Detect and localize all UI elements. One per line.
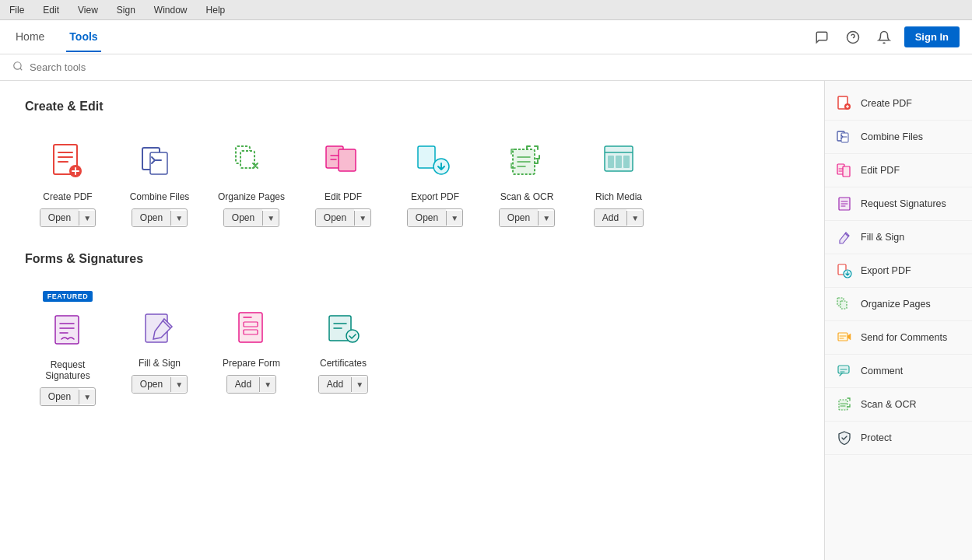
fill-sign-open-btn[interactable]: Open — [132, 376, 170, 393]
rich-media-add-arrow[interactable]: ▼ — [626, 211, 643, 226]
rich-media-icon — [595, 138, 642, 185]
request-signatures-open-arrow[interactable]: ▼ — [79, 390, 95, 404]
svg-rect-36 — [843, 166, 850, 177]
help-icon[interactable] — [842, 26, 864, 48]
menu-view[interactable]: View — [75, 3, 101, 17]
nav-home[interactable]: Home — [12, 23, 47, 52]
panel-fill-sign-label: Fill & Sign — [861, 232, 904, 243]
scan-ocr-open-btn[interactable]: Open — [500, 209, 538, 226]
combine-files-open-btn[interactable]: Open — [132, 209, 170, 226]
svg-rect-14 — [418, 146, 435, 168]
menu-edit[interactable]: Edit — [40, 3, 62, 17]
svg-point-28 — [346, 330, 359, 342]
certificates-add-arrow[interactable]: ▼ — [351, 377, 367, 392]
certificates-btn-group[interactable]: Add ▼ — [318, 375, 368, 394]
scan-ocr-btn-group[interactable]: Open ▼ — [499, 208, 555, 227]
panel-scan-ocr-label: Scan & OCR — [861, 399, 917, 410]
panel-combine-files-label: Combine Files — [861, 131, 923, 142]
svg-rect-19 — [608, 156, 614, 168]
search-input[interactable] — [30, 61, 960, 73]
create-pdf-label: Create PDF — [43, 191, 92, 202]
export-pdf-label: Export PDF — [411, 191, 459, 202]
prepare-form-add-arrow[interactable]: ▼ — [259, 377, 275, 392]
rich-media-btn-group[interactable]: Add ▼ — [594, 208, 644, 227]
rich-media-add-btn[interactable]: Add — [595, 209, 626, 226]
svg-rect-44 — [839, 400, 847, 410]
panel-scan-ocr-icon — [836, 396, 853, 413]
organize-pages-open-btn[interactable]: Open — [224, 209, 262, 226]
edit-pdf-open-btn[interactable]: Open — [316, 209, 354, 226]
export-pdf-btn-group[interactable]: Open ▼ — [407, 208, 463, 227]
panel-comment-label: Comment — [861, 366, 903, 376]
panel-scan-ocr[interactable]: Scan & OCR — [825, 388, 972, 422]
menu-window[interactable]: Window — [151, 3, 191, 17]
create-edit-tools-grid: Create PDF Open ▼ Combine Files Op — [25, 129, 799, 233]
tool-export-pdf: Export PDF Open ▼ — [392, 129, 478, 233]
export-pdf-open-btn[interactable]: Open — [408, 209, 446, 226]
section-title-forms-signatures: Forms & Signatures — [25, 252, 799, 266]
panel-organize-pages[interactable]: Organize Pages — [825, 288, 972, 321]
panel-export-pdf[interactable]: Export PDF — [825, 254, 972, 288]
edit-pdf-open-arrow[interactable]: ▼ — [354, 211, 370, 226]
tool-rich-media: Rich Media Add ▼ — [576, 129, 661, 233]
fill-sign-btn-group[interactable]: Open ▼ — [132, 375, 188, 394]
prepare-form-icon — [228, 305, 275, 352]
svg-rect-42 — [838, 333, 847, 341]
edit-pdf-btn-group[interactable]: Open ▼ — [315, 208, 371, 227]
export-pdf-open-arrow[interactable]: ▼ — [446, 211, 462, 226]
scan-ocr-label: Scan & OCR — [500, 191, 554, 202]
tool-combine-files: Combine Files Open ▼ — [117, 129, 202, 233]
section-title-create-edit: Create & Edit — [25, 100, 799, 114]
organize-pages-open-arrow[interactable]: ▼ — [262, 211, 279, 226]
organize-pages-btn-group[interactable]: Open ▼ — [223, 208, 279, 227]
nav-tools[interactable]: Tools — [66, 23, 100, 52]
notification-icon[interactable] — [873, 26, 895, 48]
panel-protect[interactable]: Protect — [825, 422, 972, 455]
panel-combine-files[interactable]: Combine Files — [825, 121, 972, 154]
comment-icon[interactable] — [811, 26, 833, 48]
panel-combine-files-icon — [836, 128, 853, 145]
create-pdf-open-arrow[interactable]: ▼ — [79, 211, 95, 226]
combine-files-open-arrow[interactable]: ▼ — [170, 211, 187, 226]
menu-file[interactable]: File — [6, 3, 27, 17]
combine-files-btn-group[interactable]: Open ▼ — [132, 208, 188, 227]
featured-badge: FEATURED — [43, 291, 93, 302]
request-signatures-icon — [44, 306, 91, 353]
create-pdf-open-btn[interactable]: Open — [40, 209, 79, 226]
svg-line-3 — [20, 68, 23, 71]
panel-send-for-comments[interactable]: Send for Comments — [825, 321, 972, 355]
panel-edit-pdf[interactable]: Edit PDF — [825, 154, 972, 187]
panel-edit-pdf-label: Edit PDF — [861, 165, 900, 176]
request-signatures-btn-group[interactable]: Open ▼ — [40, 387, 96, 406]
content-area: Create & Edit Create PDF Open ▼ — [0, 81, 824, 560]
combine-files-icon — [136, 138, 183, 185]
search-bar — [0, 54, 972, 81]
menu-help[interactable]: Help — [203, 3, 229, 17]
fill-sign-open-arrow[interactable]: ▼ — [170, 377, 187, 392]
create-pdf-btn-group[interactable]: Open ▼ — [40, 208, 96, 227]
create-pdf-icon — [44, 138, 91, 185]
svg-rect-11 — [240, 151, 254, 168]
search-icon — [12, 61, 23, 74]
panel-comment[interactable]: Comment — [825, 355, 972, 388]
menu-sign[interactable]: Sign — [114, 3, 139, 17]
panel-organize-pages-icon — [836, 296, 853, 313]
certificates-add-btn[interactable]: Add — [319, 376, 351, 393]
sign-in-button[interactable]: Sign In — [904, 26, 960, 47]
svg-rect-22 — [55, 316, 79, 344]
prepare-form-btn-group[interactable]: Add ▼ — [226, 375, 276, 394]
svg-rect-41 — [840, 301, 847, 309]
tool-prepare-form: Prepare Form Add ▼ — [209, 282, 294, 412]
panel-create-pdf[interactable]: Create PDF — [825, 87, 972, 121]
scan-ocr-open-arrow[interactable]: ▼ — [538, 211, 554, 226]
panel-fill-sign[interactable]: Fill & Sign — [825, 221, 972, 254]
svg-point-2 — [14, 62, 21, 69]
panel-organize-pages-label: Organize Pages — [861, 299, 931, 310]
panel-request-signatures[interactable]: Request Signatures — [825, 187, 972, 221]
nav-actions: Sign In — [811, 26, 960, 48]
request-signatures-open-btn[interactable]: Open — [40, 388, 79, 405]
panel-comment-icon — [836, 362, 853, 380]
prepare-form-add-btn[interactable]: Add — [227, 376, 259, 393]
tool-fill-sign: Fill & Sign Open ▼ — [117, 282, 202, 412]
panel-send-for-comments-label: Send for Comments — [861, 332, 947, 343]
